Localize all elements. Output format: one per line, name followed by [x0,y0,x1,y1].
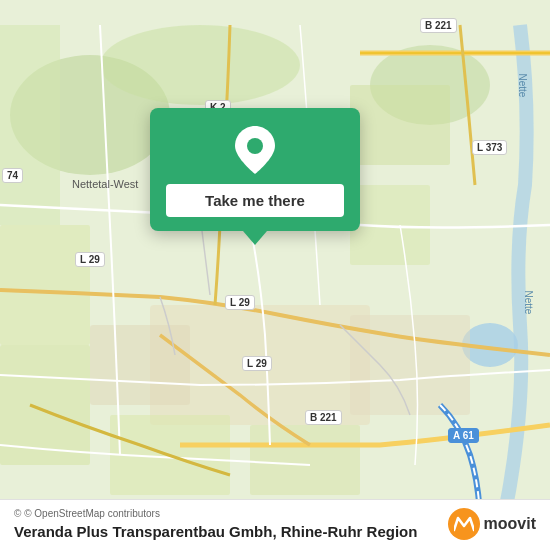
take-me-there-button[interactable]: Take me there [166,184,344,217]
bottom-bar: © © OpenStreetMap contributors Veranda P… [0,499,550,550]
location-pin-icon [235,126,275,174]
moovit-brand-text: moovit [484,515,536,533]
road-label-b221-bottom: B 221 [305,410,342,425]
location-title: Veranda Plus Transparentbau Gmbh, Rhine-… [14,523,417,540]
place-label-nettetal: Nettetal-West [72,178,138,190]
map-container: B 221 K 2 L 373 L 29 L 29 L 29 B 221 A 6… [0,0,550,550]
map-roads-svg [0,0,550,550]
moovit-logo: moovit [448,508,536,540]
road-label-l373: L 373 [472,140,507,155]
road-label-l29-mid: L 29 [225,295,255,310]
svg-point-3 [100,25,300,105]
svg-rect-10 [350,85,450,165]
popup-card: Take me there [150,108,360,231]
river-label-nette-top: Nette [517,74,528,98]
road-label-74: 74 [2,168,23,183]
road-label-l29-left: L 29 [75,252,105,267]
svg-rect-8 [0,225,90,345]
location-icon-wrap [231,126,279,174]
svg-rect-2 [0,25,60,225]
road-label-l29-bottom: L 29 [242,356,272,371]
svg-point-16 [247,138,263,154]
river-label-nette-bottom: Nette [523,291,534,315]
road-label-a61: A 61 [448,428,479,443]
attribution-label: © OpenStreetMap contributors [24,508,160,519]
copyright-symbol: © [14,508,21,519]
road-label-b221-top: B 221 [420,18,457,33]
svg-rect-13 [250,425,360,495]
moovit-m-icon [454,516,474,532]
svg-rect-6 [90,325,190,405]
moovit-logo-circle [448,508,480,540]
